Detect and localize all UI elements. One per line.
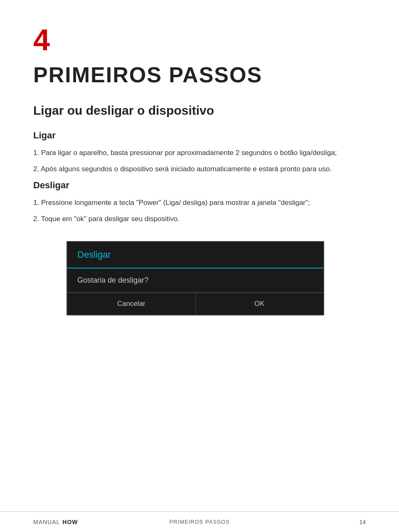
footer-page-number: 14 (255, 519, 366, 525)
subsection-on-title: Ligar (33, 130, 366, 141)
page-container: 4 PRIMEIROS PASSOS Ligar ou desligar o d… (0, 0, 399, 532)
step-off-1: 1. Pressione longamente a tecla "Power" … (33, 197, 366, 208)
footer-left: MANUAL HOW (33, 519, 144, 525)
page-footer: MANUAL HOW PRIMEIROS PASSOS 14 (0, 511, 399, 532)
chapter-title: PRIMEIROS PASSOS (33, 63, 366, 87)
power-off-dialog: Desligar Gostaria de desligar? Cancelar … (66, 241, 324, 315)
dialog-title: Desligar (77, 249, 111, 260)
subsection-off-title: Desligar (33, 180, 366, 191)
step-on-1: 1. Para ligar o aparelho, basta pression… (33, 147, 366, 158)
dialog-body-text: Gostaria de desligar? (77, 276, 148, 284)
cancel-button[interactable]: Cancelar (67, 293, 196, 315)
dialog-body: Gostaria de desligar? (67, 268, 323, 293)
footer-manual-label: MANUAL (33, 519, 60, 525)
dialog-buttons: Cancelar OK (67, 293, 323, 315)
section-title: Ligar ou desligar o dispositivo (33, 103, 366, 118)
ok-button[interactable]: OK (196, 293, 324, 315)
step-on-2: 2. Após alguns segundos o dispositivo se… (33, 163, 366, 175)
dialog-header: Desligar (67, 242, 323, 268)
step-off-2: 2. Toque em "ok" para desligar seu dispo… (33, 213, 366, 224)
chapter-number: 4 (33, 25, 366, 55)
footer-how-label: HOW (62, 519, 78, 525)
footer-center-label: PRIMEIROS PASSOS (144, 519, 255, 525)
